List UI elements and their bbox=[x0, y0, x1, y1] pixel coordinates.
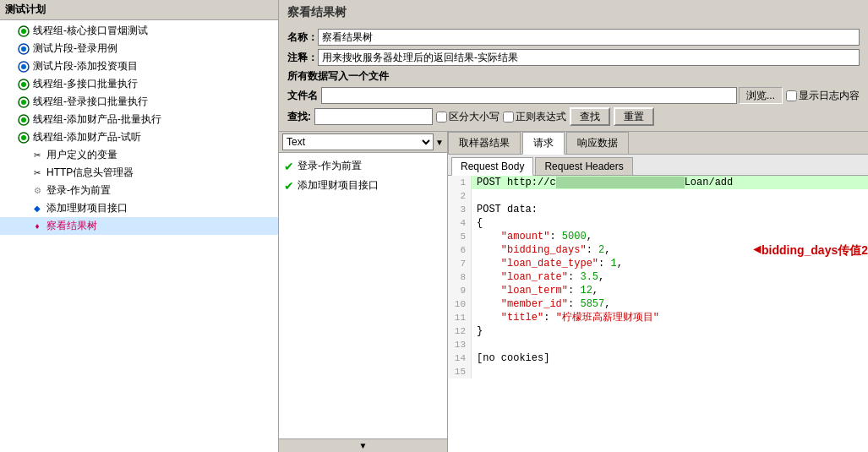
sidebar-label: 线程组-登录接口批量执行 bbox=[33, 95, 148, 109]
find-button[interactable]: 查找 bbox=[570, 107, 610, 126]
log-checkbox[interactable] bbox=[786, 90, 797, 101]
tree-item-login[interactable]: ✔ 登录-作为前置 bbox=[282, 156, 444, 176]
line-num-8: 8 bbox=[448, 270, 472, 284]
sidebar-item-login-case[interactable]: 测试片段-登录用例 bbox=[0, 40, 278, 57]
tree-header: Text ▼ bbox=[279, 132, 447, 153]
regex-label: 正则表达式 bbox=[503, 110, 566, 124]
tree-item-label: 添加理财项目接口 bbox=[298, 178, 379, 193]
sidebar-label: 用户定义的变量 bbox=[46, 148, 117, 162]
sidebar-item-http-headers[interactable]: ✂ HTTP信息头管理器 bbox=[0, 164, 278, 182]
tree-dropdown[interactable]: Text bbox=[282, 133, 434, 150]
line-num-1: 1 bbox=[448, 176, 472, 189]
tree-body: ✔ 登录-作为前置 ✔ 添加理财项目接口 bbox=[279, 153, 447, 438]
line-num-10: 10 bbox=[448, 297, 472, 311]
line-num-5: 5 bbox=[448, 230, 472, 243]
code-line-7: 7 "loan_date_type": 1, bbox=[448, 257, 868, 270]
line-num-9: 9 bbox=[448, 284, 472, 297]
log-label: 显示日志内容 bbox=[786, 89, 860, 103]
svg-point-1 bbox=[21, 29, 26, 34]
code-line-11: 11 "title": "柠檬班高薪理财项目" bbox=[448, 311, 868, 324]
code-line-12: 12 } bbox=[448, 324, 868, 338]
sidebar-item-login-batch[interactable]: 线程组-登录接口批量执行 bbox=[0, 93, 278, 111]
tab-response-data[interactable]: 响应数据 bbox=[566, 132, 629, 154]
sidebar-item-view-tree[interactable]: ♦ 察看结果树 bbox=[0, 217, 278, 235]
tree-item-label: 登录-作为前置 bbox=[298, 159, 362, 173]
case-checkbox[interactable] bbox=[436, 112, 447, 123]
line-content-3: POST data: bbox=[472, 203, 868, 216]
line-content-7: "loan_date_type": 1, bbox=[472, 257, 868, 270]
sidebar-item-multi-exec[interactable]: 线程组-多接口批量执行 bbox=[0, 75, 278, 93]
tree-icon: ♦ bbox=[30, 220, 44, 233]
bottom-area: Text ▼ ✔ 登录-作为前置 ✔ 添加理财项目接口 ▼ 取样器结果 请求 bbox=[279, 132, 868, 452]
circle-green-icon bbox=[17, 131, 30, 144]
line-content-4: { bbox=[472, 216, 868, 230]
regex-checkbox[interactable] bbox=[503, 112, 514, 123]
svg-point-13 bbox=[21, 135, 26, 140]
person-icon: ◆ bbox=[30, 202, 44, 215]
sidebar-item-add-product-batch[interactable]: 线程组-添加财产品-批量执行 bbox=[0, 111, 278, 128]
sidebar-label: 线程组-添加财产品-批量执行 bbox=[33, 112, 161, 127]
svg-point-5 bbox=[21, 64, 26, 69]
key-icon: ⚙ bbox=[30, 184, 44, 198]
sidebar-label: 线程组-核心接口冒烟测试 bbox=[33, 24, 148, 38]
line-content-9: "loan_term": 12, bbox=[472, 284, 868, 297]
subtab-request-body[interactable]: Request Body bbox=[451, 157, 533, 176]
browse-button[interactable]: 浏览... bbox=[739, 87, 783, 104]
write-label: 所有数据写入一个文件 bbox=[287, 69, 389, 84]
name-label: 名称： bbox=[287, 30, 318, 45]
line-content-6: "bidding_days": 2, bbox=[472, 243, 745, 257]
line-content-5: "amount": 5000, bbox=[472, 230, 868, 243]
line-content-14: [no cookies] bbox=[472, 351, 868, 365]
code-line-2: 2 bbox=[448, 189, 868, 203]
check-icon: ✔ bbox=[284, 179, 294, 193]
svg-point-3 bbox=[21, 46, 26, 52]
circle-blue-icon bbox=[17, 60, 30, 74]
line-num-6: 6 bbox=[448, 243, 472, 257]
request-area: Request Body Request Headers 1 POST http… bbox=[448, 155, 868, 452]
circle-blue-icon bbox=[17, 42, 30, 56]
name-input[interactable] bbox=[318, 29, 860, 46]
sidebar-label: 登录-作为前置 bbox=[46, 183, 111, 198]
search-input[interactable] bbox=[314, 108, 433, 125]
tree-item-add-loan[interactable]: ✔ 添加理财项目接口 bbox=[282, 176, 444, 195]
file-input[interactable] bbox=[321, 87, 737, 104]
tab-sampler-result[interactable]: 取样器结果 bbox=[448, 132, 521, 154]
sidebar-header: 测试计划 bbox=[0, 0, 278, 20]
comment-input[interactable] bbox=[318, 49, 860, 66]
scroll-down[interactable]: ▼ bbox=[279, 438, 447, 452]
sidebar-label: 线程组-添加财产品-试听 bbox=[33, 130, 141, 144]
line-num-7: 7 bbox=[448, 257, 472, 270]
line-num-2: 2 bbox=[448, 189, 472, 203]
sidebar-item-add-invest[interactable]: 测试片段-添加投资项目 bbox=[0, 57, 278, 75]
line-num-11: 11 bbox=[448, 311, 472, 324]
dropdown-arrow-icon: ▼ bbox=[435, 138, 444, 147]
file-label: 文件名 bbox=[287, 89, 318, 103]
write-label-row: 所有数据写入一个文件 bbox=[287, 69, 860, 84]
line-num-12: 12 bbox=[448, 324, 472, 338]
svg-point-9 bbox=[21, 100, 26, 105]
code-line-10: 10 "member_id": 5857, bbox=[448, 297, 868, 311]
line-content-10: "member_id": 5857, bbox=[472, 297, 868, 311]
code-line-13: 13 bbox=[448, 338, 868, 351]
request-subtabs: Request Body Request Headers bbox=[448, 155, 868, 176]
annotation-text: bidding_days传值2 bbox=[762, 243, 868, 257]
sidebar-item-login-pre[interactable]: ⚙ 登录-作为前置 bbox=[0, 182, 278, 199]
sidebar-item-core-test[interactable]: 线程组-核心接口冒烟测试 bbox=[0, 22, 278, 40]
line-content-12: } bbox=[472, 324, 868, 338]
code-line-9: 9 "loan_term": 12, bbox=[448, 284, 868, 297]
line-num-14: 14 bbox=[448, 351, 472, 365]
subtab-request-headers[interactable]: Request Headers bbox=[535, 157, 632, 175]
circle-green-icon bbox=[17, 25, 30, 38]
tab-request[interactable]: 请求 bbox=[522, 132, 565, 155]
line-content-11: "title": "柠檬班高薪理财项目" bbox=[472, 311, 868, 324]
reset-button[interactable]: 重置 bbox=[614, 107, 654, 126]
sidebar-label: 添加理财项目接口 bbox=[46, 201, 128, 215]
svg-point-7 bbox=[21, 82, 26, 87]
result-tabs: 取样器结果 请求 响应数据 bbox=[448, 132, 868, 155]
line-num-3: 3 bbox=[448, 203, 472, 216]
sidebar-item-add-product-listen[interactable]: 线程组-添加财产品-试听 bbox=[0, 128, 278, 146]
sidebar-item-add-loan[interactable]: ◆ 添加理财项目接口 bbox=[0, 199, 278, 217]
code-line-4: 4 { bbox=[448, 216, 868, 230]
line-content-8: "loan_rate": 3.5, bbox=[472, 270, 868, 284]
sidebar-item-user-vars[interactable]: ✂ 用户定义的变量 bbox=[0, 146, 278, 164]
